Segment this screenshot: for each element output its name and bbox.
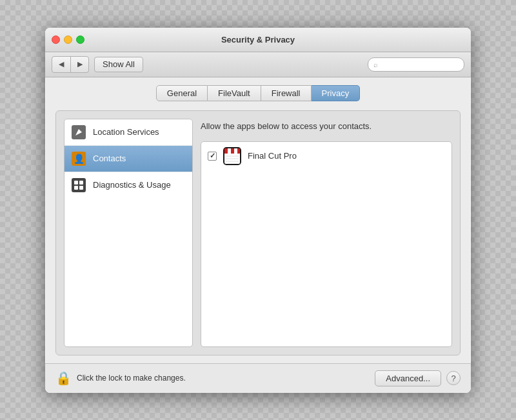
svg-rect-3 — [74, 186, 78, 190]
app-list-item: Final Cut Pro — [201, 142, 452, 170]
location-services-icon — [71, 125, 86, 140]
tabs: General FileVault Firewall Privacy — [55, 85, 461, 101]
tab-filevault[interactable]: FileVault — [208, 85, 261, 101]
lock-area: 🔒 Click the lock to make changes. — [55, 370, 186, 386]
maximize-button[interactable] — [76, 35, 84, 44]
diagnostics-icon — [71, 177, 86, 193]
location-arrow-icon — [74, 128, 83, 137]
grid-icon — [74, 180, 84, 190]
tab-general[interactable]: General — [156, 85, 208, 101]
finalcutpro-app-icon — [223, 147, 241, 165]
svg-rect-4 — [79, 186, 83, 190]
svg-rect-2 — [79, 181, 83, 185]
content-area: Location Services 👤 Contacts — [55, 110, 461, 355]
help-button[interactable]: ? — [446, 371, 461, 385]
tab-privacy[interactable]: Privacy — [312, 85, 361, 101]
search-box: ⌕ — [368, 57, 464, 72]
svg-rect-6 — [224, 152, 240, 164]
bottom-bar: 🔒 Click the lock to make changes. Advanc… — [45, 363, 471, 393]
show-all-button[interactable]: Show All — [94, 57, 143, 72]
forward-button[interactable]: ▶ — [70, 57, 88, 72]
app-list: Final Cut Pro — [201, 141, 452, 347]
search-input[interactable] — [381, 60, 459, 69]
description-text: Allow the apps below to access your cont… — [201, 119, 452, 136]
main-content: General FileVault Firewall Privacy Loc — [45, 77, 471, 363]
location-services-label: Location Services — [93, 127, 159, 137]
svg-rect-8 — [224, 148, 228, 154]
contacts-icon: 👤 — [71, 151, 86, 166]
svg-rect-10 — [237, 148, 240, 154]
app-checkbox-finalcutpro[interactable] — [208, 152, 217, 161]
advanced-button[interactable]: Advanced... — [375, 370, 441, 386]
back-button[interactable]: ◀ — [52, 57, 70, 72]
sidebar-item-contacts[interactable]: 👤 Contacts — [64, 146, 192, 172]
tab-firewall[interactable]: Firewall — [261, 85, 312, 101]
toolbar: ◀ ▶ Show All ⌕ — [45, 52, 471, 77]
system-preferences-window: Security & Privacy ◀ ▶ Show All ⌕ Genera… — [45, 28, 471, 393]
traffic-lights — [52, 35, 84, 44]
search-icon: ⌕ — [373, 61, 378, 68]
svg-rect-1 — [74, 181, 78, 185]
lock-text: Click the lock to make changes. — [77, 374, 186, 383]
svg-rect-9 — [231, 148, 234, 154]
privacy-sidebar: Location Services 👤 Contacts — [64, 119, 193, 347]
minimize-button[interactable] — [64, 35, 72, 44]
diagnostics-label: Diagnostics & Usage — [93, 180, 171, 190]
lock-icon[interactable]: 🔒 — [55, 370, 72, 386]
nav-buttons: ◀ ▶ — [52, 56, 89, 73]
app-name-finalcutpro: Final Cut Pro — [248, 151, 297, 161]
svg-marker-0 — [75, 129, 82, 135]
close-button[interactable] — [52, 35, 60, 44]
sidebar-item-location[interactable]: Location Services — [64, 119, 192, 146]
contacts-label: Contacts — [93, 154, 126, 163]
window-title: Security & Privacy — [221, 35, 295, 45]
right-panel: Allow the apps below to access your cont… — [201, 119, 452, 347]
sidebar-item-diagnostics[interactable]: Diagnostics & Usage — [64, 172, 192, 198]
titlebar: Security & Privacy — [45, 28, 471, 52]
